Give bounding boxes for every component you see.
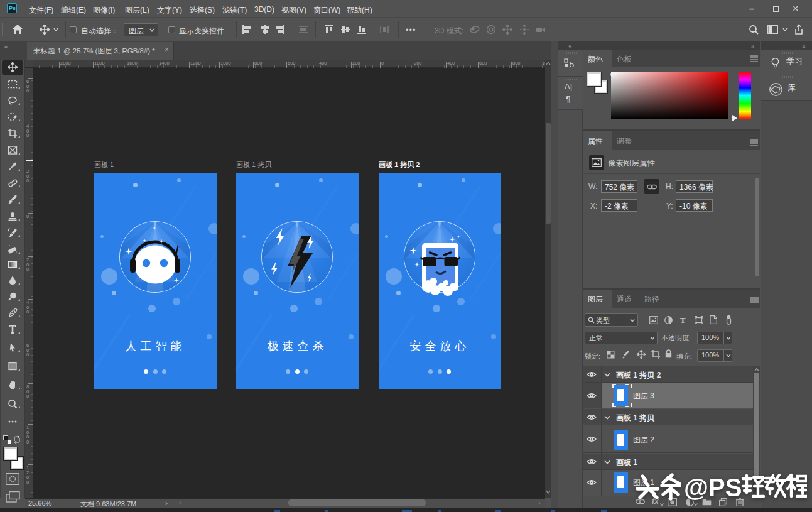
- svg-text:5: 5: [570, 60, 574, 69]
- svg-text:@PS: @PS: [684, 474, 742, 501]
